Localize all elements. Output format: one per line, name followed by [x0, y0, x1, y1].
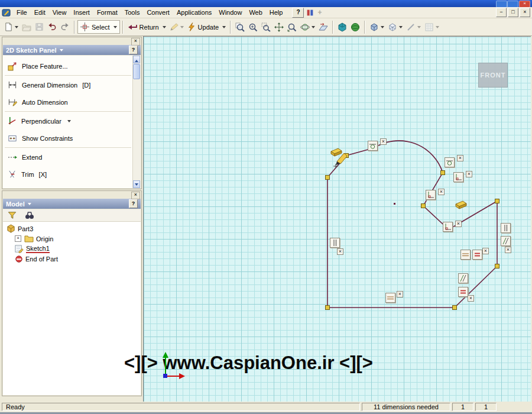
- chevron-down-icon[interactable]: [436, 26, 439, 30]
- chevron-down-icon[interactable]: [15, 26, 18, 30]
- menu-insert[interactable]: Insert: [70, 8, 93, 17]
- update-button[interactable]: Update: [186, 20, 228, 34]
- constraint-close-icon[interactable]: ×: [466, 171, 472, 177]
- model-panel-grip[interactable]: ×: [2, 191, 141, 199]
- tree-item-part3[interactable]: Part3: [3, 224, 141, 234]
- perpendicular-constraint-icon[interactable]: [453, 172, 463, 182]
- panel-item-extend[interactable]: Extend: [3, 148, 133, 166]
- chevron-down-icon[interactable]: [222, 26, 226, 30]
- section-view-button[interactable]: [404, 20, 423, 34]
- mdi-restore-button[interactable]: □: [508, 8, 518, 17]
- tree-item-end-of-part[interactable]: End of Part: [3, 254, 141, 264]
- mdi-minimize-button[interactable]: −: [496, 8, 507, 17]
- camera-view-button[interactable]: [368, 20, 386, 34]
- sketch-vertex-handle[interactable]: [495, 199, 499, 203]
- horizontal-constraint-icon[interactable]: [460, 250, 471, 260]
- tree-expander-icon[interactable]: +: [15, 235, 21, 242]
- panel-item-trim[interactable]: Trim [X]: [3, 166, 133, 183]
- model-panel-header[interactable]: Model ?: [3, 199, 141, 209]
- panel-item-general-dimension[interactable]: General Dimension [D]: [3, 76, 133, 93]
- save-button[interactable]: [33, 20, 46, 34]
- find-icon[interactable]: [25, 212, 34, 219]
- constraint-close-icon[interactable]: ×: [397, 291, 403, 297]
- tree-item-sketch1[interactable]: Sketch1: [3, 244, 141, 254]
- sketch-vertex-handle[interactable]: [441, 171, 445, 175]
- menu-applications[interactable]: Applications: [173, 8, 215, 17]
- sketch-vertex-handle[interactable]: [326, 176, 330, 180]
- constraint-close-icon[interactable]: ×: [438, 189, 445, 195]
- zoom-window-button[interactable]: [259, 20, 273, 34]
- coincident-constraint-icon[interactable]: [454, 199, 468, 210]
- look-at-button[interactable]: [317, 20, 330, 34]
- close-icon[interactable]: ×: [131, 192, 140, 199]
- sketch-panel-grip[interactable]: ×: [2, 37, 141, 45]
- new-document-button[interactable]: [2, 20, 20, 34]
- scroll-up-button[interactable]: [133, 56, 140, 63]
- scroll-down-button[interactable]: [133, 180, 140, 188]
- sketch-vertex-handle[interactable]: [326, 306, 330, 310]
- constraint-close-icon[interactable]: ×: [337, 248, 343, 255]
- return-button[interactable]: Return: [126, 20, 168, 34]
- addin-icon[interactable]: [306, 9, 314, 17]
- scrollbar-thumb[interactable]: [133, 64, 140, 79]
- zoom-all-button[interactable]: [233, 20, 246, 34]
- panel-scrollbar[interactable]: [132, 56, 141, 188]
- sketch-vertex-handle[interactable]: [421, 204, 426, 208]
- help-button[interactable]: ?: [292, 8, 304, 18]
- viewcube-front-face[interactable]: FRONT: [478, 63, 508, 88]
- chevron-down-icon[interactable]: [163, 26, 166, 30]
- constraint-close-icon[interactable]: ×: [455, 221, 462, 227]
- chevron-down-icon[interactable]: [60, 49, 63, 53]
- chevron-down-icon[interactable]: [180, 26, 184, 30]
- constraint-close-icon[interactable]: ×: [457, 155, 463, 161]
- select-dropdown[interactable]: Select: [77, 20, 120, 34]
- chevron-down-icon[interactable]: [113, 26, 117, 30]
- orbit-button[interactable]: [299, 20, 317, 34]
- chevron-down-icon[interactable]: [399, 26, 403, 30]
- constraint-close-icon[interactable]: ×: [482, 248, 489, 254]
- sketch-vertex-handle[interactable]: [453, 306, 457, 310]
- panel-item-auto-dimension[interactable]: Auto Dimension: [3, 93, 133, 111]
- vertical-constraint-icon[interactable]: [501, 223, 511, 233]
- chevron-down-icon[interactable]: [67, 120, 71, 124]
- menu-file[interactable]: File: [13, 8, 31, 17]
- open-button[interactable]: [20, 20, 33, 34]
- shaded-display-button[interactable]: [336, 20, 349, 34]
- menu-help[interactable]: Help: [266, 8, 287, 17]
- menu-tools[interactable]: Tools: [121, 8, 144, 17]
- panel-item-show-constraints[interactable]: Show Constraints: [3, 130, 133, 147]
- horizontal-constraint-icon[interactable]: [385, 293, 395, 303]
- help-icon[interactable]: ?: [129, 46, 138, 54]
- undo-button[interactable]: [46, 20, 59, 34]
- menu-convert[interactable]: Convert: [143, 8, 173, 17]
- analysis-button[interactable]: [423, 20, 441, 34]
- filter-icon[interactable]: [8, 211, 17, 219]
- menu-format[interactable]: Format: [93, 8, 121, 17]
- sketch-canvas[interactable]: FRONT ××××××××××: [143, 36, 531, 402]
- pan-button[interactable]: [273, 20, 286, 34]
- equal-constraint-icon[interactable]: [458, 287, 468, 297]
- tree-item-origin[interactable]: + Origin: [3, 234, 141, 244]
- chevron-down-icon[interactable]: [28, 203, 31, 207]
- sketch-panel-header[interactable]: 2D Sketch Panel ?: [3, 45, 141, 55]
- constraint-close-icon[interactable]: ×: [505, 247, 511, 253]
- constraint-close-icon[interactable]: ×: [380, 138, 387, 145]
- sketch-vertex-handle[interactable]: [495, 264, 499, 269]
- sketch-dropdown-button[interactable]: [168, 20, 186, 34]
- help-icon[interactable]: ?: [129, 199, 138, 208]
- perpendicular-constraint-icon[interactable]: [426, 190, 436, 200]
- redo-button[interactable]: [59, 20, 72, 34]
- menu-window[interactable]: Window: [215, 8, 245, 17]
- parallel-constraint-icon[interactable]: [501, 236, 511, 246]
- menu-web[interactable]: Web: [245, 8, 265, 17]
- component-sphere-button[interactable]: [349, 20, 362, 34]
- panel-item-perpendicular[interactable]: Perpendicular: [3, 112, 133, 130]
- tangent-constraint-icon[interactable]: [445, 157, 455, 167]
- vertical-constraint-icon[interactable]: [330, 238, 340, 248]
- menu-view[interactable]: View: [49, 8, 70, 17]
- chevron-down-icon[interactable]: [381, 26, 384, 30]
- sketch-profile-path[interactable]: [327, 141, 497, 308]
- sketch-geometry[interactable]: [144, 37, 531, 402]
- parallel-constraint-icon[interactable]: [458, 273, 468, 283]
- menu-edit[interactable]: Edit: [31, 8, 49, 17]
